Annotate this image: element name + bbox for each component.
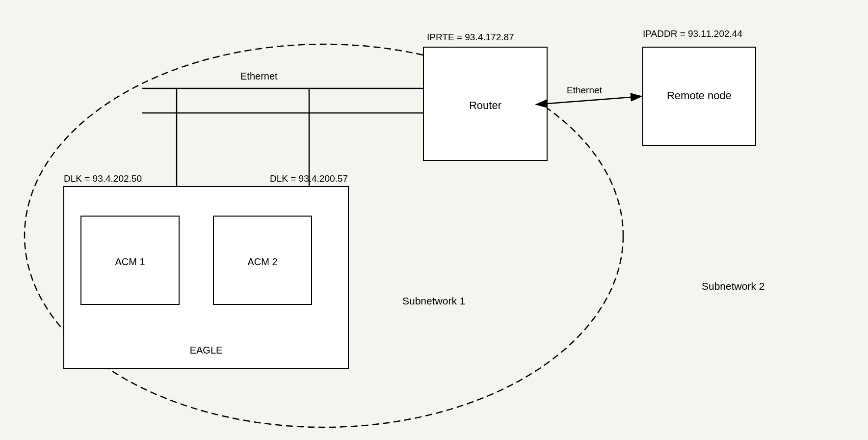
ethernet-top-label: Ethernet bbox=[240, 71, 278, 82]
dlk-left-label: DLK = 93.4.202.50 bbox=[64, 173, 142, 184]
acm2-label: ACM 2 bbox=[247, 256, 277, 267]
acm1-label: ACM 1 bbox=[115, 256, 145, 267]
subnetwork2-label: Subnetwork 2 bbox=[702, 280, 764, 292]
eagle-label: EAGLE bbox=[190, 345, 223, 356]
router-label: Router bbox=[469, 99, 501, 111]
diagram-container: Router IPRTE = 93.4.172.87 Remote node I… bbox=[0, 0, 868, 440]
remote-node-label: Remote node bbox=[667, 89, 732, 102]
subnetwork1-label: Subnetwork 1 bbox=[402, 295, 465, 306]
router-ip-label: IPRTE = 93.4.172.87 bbox=[427, 32, 514, 42]
remote-node-ip-label: IPADDR = 93.11.202.44 bbox=[643, 28, 742, 39]
ethernet-right-label: Ethernet bbox=[567, 85, 603, 95]
dlk-right-label: DLK = 93.4.200.57 bbox=[270, 173, 348, 184]
router-remote-connection bbox=[547, 96, 643, 104]
